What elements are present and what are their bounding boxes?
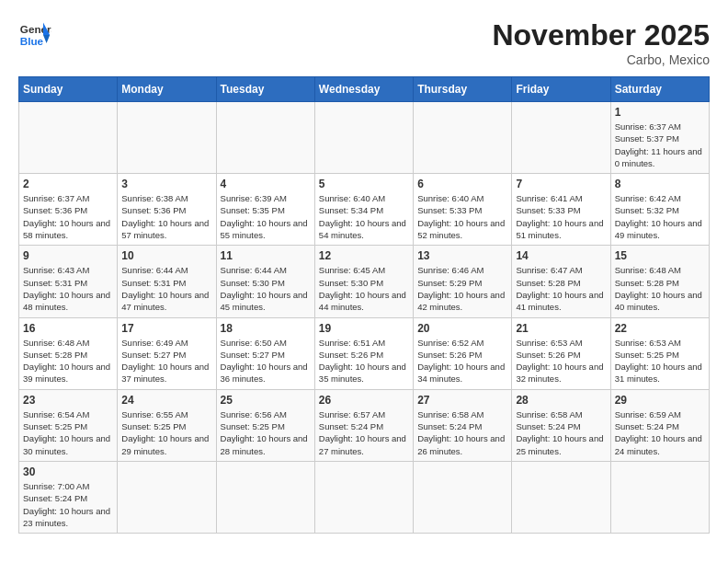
- day-info: Sunrise: 6:39 AM Sunset: 5:35 PM Dayligh…: [221, 192, 311, 241]
- day-number: 24: [121, 394, 211, 407]
- weekday-header-monday: Monday: [118, 77, 216, 102]
- logo-icon: General Blue: [18, 18, 51, 52]
- day-number: 19: [319, 322, 409, 335]
- calendar-cell: 18Sunrise: 6:50 AM Sunset: 5:27 PM Dayli…: [216, 317, 314, 389]
- day-info: Sunrise: 6:43 AM Sunset: 5:31 PM Dayligh…: [23, 264, 113, 313]
- calendar-cell: [414, 461, 512, 533]
- calendar-cell: [216, 102, 314, 174]
- day-number: 21: [516, 322, 606, 335]
- day-number: 11: [221, 249, 311, 262]
- day-info: Sunrise: 6:48 AM Sunset: 5:28 PM Dayligh…: [23, 337, 113, 385]
- calendar-cell: 13Sunrise: 6:46 AM Sunset: 5:29 PM Dayli…: [414, 246, 512, 317]
- day-number: 27: [417, 394, 507, 407]
- day-number: 7: [516, 178, 606, 190]
- day-info: Sunrise: 6:42 AM Sunset: 5:32 PM Dayligh…: [615, 192, 705, 241]
- day-info: Sunrise: 6:58 AM Sunset: 5:24 PM Dayligh…: [516, 408, 606, 457]
- calendar-week-2: 2Sunrise: 6:37 AM Sunset: 5:36 PM Daylig…: [19, 174, 710, 246]
- day-number: 6: [417, 178, 507, 190]
- calendar-title: November 2025: [492, 18, 710, 52]
- logo: General Blue: [18, 18, 51, 52]
- day-number: 10: [121, 249, 211, 262]
- day-info: Sunrise: 6:38 AM Sunset: 5:36 PM Dayligh…: [121, 192, 211, 241]
- day-number: 17: [121, 322, 211, 335]
- svg-marker-3: [43, 35, 50, 43]
- calendar-cell: [216, 461, 314, 533]
- calendar-cell: 27Sunrise: 6:58 AM Sunset: 5:24 PM Dayli…: [414, 389, 512, 461]
- day-number: 8: [615, 178, 705, 190]
- day-info: Sunrise: 6:53 AM Sunset: 5:26 PM Dayligh…: [516, 337, 606, 385]
- calendar-week-4: 16Sunrise: 6:48 AM Sunset: 5:28 PM Dayli…: [19, 317, 710, 389]
- day-info: Sunrise: 6:54 AM Sunset: 5:25 PM Dayligh…: [23, 408, 113, 457]
- weekday-header-thursday: Thursday: [414, 77, 512, 102]
- weekday-header-sunday: Sunday: [19, 77, 118, 102]
- svg-text:Blue: Blue: [20, 35, 44, 47]
- day-info: Sunrise: 6:40 AM Sunset: 5:33 PM Dayligh…: [417, 192, 507, 241]
- calendar-cell: 25Sunrise: 6:56 AM Sunset: 5:25 PM Dayli…: [216, 389, 314, 461]
- calendar-week-3: 9Sunrise: 6:43 AM Sunset: 5:31 PM Daylig…: [19, 246, 710, 317]
- day-number: 30: [23, 465, 113, 478]
- day-number: 20: [417, 322, 507, 335]
- calendar-cell: 19Sunrise: 6:51 AM Sunset: 5:26 PM Dayli…: [314, 317, 413, 389]
- day-number: 12: [319, 249, 409, 262]
- day-number: 25: [221, 394, 311, 407]
- calendar-cell: [414, 102, 512, 174]
- calendar-cell: 3Sunrise: 6:38 AM Sunset: 5:36 PM Daylig…: [118, 174, 216, 246]
- calendar-cell: 7Sunrise: 6:41 AM Sunset: 5:33 PM Daylig…: [512, 174, 610, 246]
- calendar-cell: 5Sunrise: 6:40 AM Sunset: 5:34 PM Daylig…: [314, 174, 413, 246]
- weekday-header-saturday: Saturday: [610, 77, 709, 102]
- weekday-header-friday: Friday: [512, 77, 610, 102]
- day-number: 18: [221, 322, 311, 335]
- calendar-header: SundayMondayTuesdayWednesdayThursdayFrid…: [19, 77, 710, 102]
- weekday-header-tuesday: Tuesday: [216, 77, 314, 102]
- calendar-week-5: 23Sunrise: 6:54 AM Sunset: 5:25 PM Dayli…: [19, 389, 710, 461]
- day-info: Sunrise: 6:57 AM Sunset: 5:24 PM Dayligh…: [319, 408, 409, 457]
- day-number: 28: [516, 394, 606, 407]
- calendar-cell: 26Sunrise: 6:57 AM Sunset: 5:24 PM Dayli…: [314, 389, 413, 461]
- calendar-cell: [118, 102, 216, 174]
- calendar-cell: 12Sunrise: 6:45 AM Sunset: 5:30 PM Dayli…: [314, 246, 413, 317]
- calendar-cell: 2Sunrise: 6:37 AM Sunset: 5:36 PM Daylig…: [19, 174, 118, 246]
- day-info: Sunrise: 6:37 AM Sunset: 5:36 PM Dayligh…: [23, 192, 113, 241]
- calendar-cell: [314, 102, 413, 174]
- calendar-cell: [610, 461, 709, 533]
- day-info: Sunrise: 6:52 AM Sunset: 5:26 PM Dayligh…: [417, 337, 507, 385]
- day-number: 3: [121, 178, 211, 190]
- calendar-week-1: 1Sunrise: 6:37 AM Sunset: 5:37 PM Daylig…: [19, 102, 710, 174]
- day-number: 22: [615, 322, 705, 335]
- calendar-cell: 16Sunrise: 6:48 AM Sunset: 5:28 PM Dayli…: [19, 317, 118, 389]
- calendar-cell: 1Sunrise: 6:37 AM Sunset: 5:37 PM Daylig…: [610, 102, 709, 174]
- calendar-cell: [314, 461, 413, 533]
- calendar-cell: 21Sunrise: 6:53 AM Sunset: 5:26 PM Dayli…: [512, 317, 610, 389]
- calendar-cell: 6Sunrise: 6:40 AM Sunset: 5:33 PM Daylig…: [414, 174, 512, 246]
- day-number: 29: [615, 394, 705, 407]
- day-info: Sunrise: 6:49 AM Sunset: 5:27 PM Dayligh…: [121, 337, 211, 385]
- calendar-cell: 14Sunrise: 6:47 AM Sunset: 5:28 PM Dayli…: [512, 246, 610, 317]
- calendar-cell: 15Sunrise: 6:48 AM Sunset: 5:28 PM Dayli…: [610, 246, 709, 317]
- day-info: Sunrise: 6:47 AM Sunset: 5:28 PM Dayligh…: [516, 264, 606, 313]
- day-info: Sunrise: 6:41 AM Sunset: 5:33 PM Dayligh…: [516, 192, 606, 241]
- day-info: Sunrise: 6:45 AM Sunset: 5:30 PM Dayligh…: [319, 264, 409, 313]
- title-block: November 2025 Carbo, Mexico: [492, 18, 710, 67]
- day-info: Sunrise: 6:56 AM Sunset: 5:25 PM Dayligh…: [221, 408, 311, 457]
- calendar-cell: 17Sunrise: 6:49 AM Sunset: 5:27 PM Dayli…: [118, 317, 216, 389]
- day-number: 4: [221, 178, 311, 190]
- calendar-cell: 30Sunrise: 7:00 AM Sunset: 5:24 PM Dayli…: [19, 461, 118, 533]
- day-info: Sunrise: 6:58 AM Sunset: 5:24 PM Dayligh…: [417, 408, 507, 457]
- day-number: 5: [319, 178, 409, 190]
- day-number: 13: [417, 249, 507, 262]
- day-number: 14: [516, 249, 606, 262]
- day-info: Sunrise: 6:46 AM Sunset: 5:29 PM Dayligh…: [417, 264, 507, 313]
- calendar-cell: [19, 102, 118, 174]
- day-info: Sunrise: 6:37 AM Sunset: 5:37 PM Dayligh…: [615, 121, 705, 169]
- calendar-cell: 10Sunrise: 6:44 AM Sunset: 5:31 PM Dayli…: [118, 246, 216, 317]
- day-info: Sunrise: 6:51 AM Sunset: 5:26 PM Dayligh…: [319, 337, 409, 385]
- calendar-cell: [512, 102, 610, 174]
- weekday-header-wednesday: Wednesday: [314, 77, 413, 102]
- calendar-table: SundayMondayTuesdayWednesdayThursdayFrid…: [18, 76, 710, 534]
- calendar-cell: 8Sunrise: 6:42 AM Sunset: 5:32 PM Daylig…: [610, 174, 709, 246]
- day-number: 23: [23, 394, 113, 407]
- day-number: 2: [23, 178, 113, 190]
- day-info: Sunrise: 6:48 AM Sunset: 5:28 PM Dayligh…: [615, 264, 705, 313]
- day-number: 9: [23, 249, 113, 262]
- day-info: Sunrise: 6:59 AM Sunset: 5:24 PM Dayligh…: [615, 408, 705, 457]
